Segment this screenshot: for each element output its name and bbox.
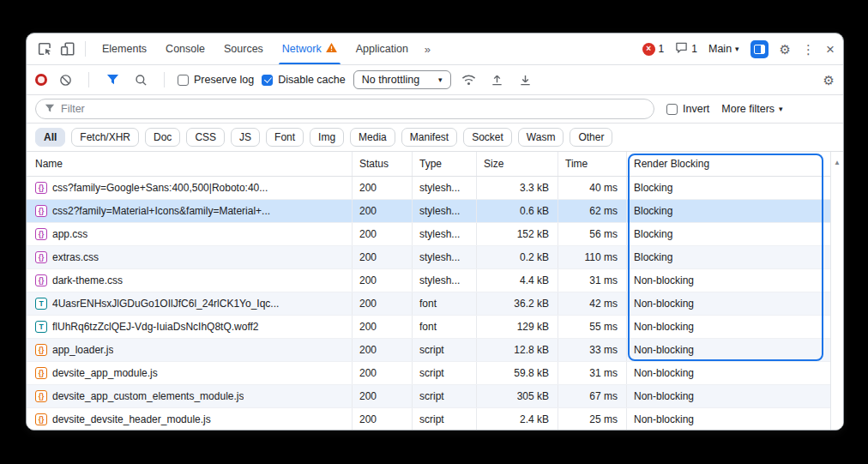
render-blocking-cell: Blocking (627, 177, 831, 199)
table-row[interactable]: {}devsite_devsite_header_module.js200scr… (27, 408, 831, 430)
tab-network[interactable]: Network (273, 33, 347, 64)
checkbox-unchecked (178, 75, 189, 86)
table-row[interactable]: TflUhRq6tzZclQEJ-Vdg-IuiaDsNcIhQ8tQ.woff… (27, 316, 831, 339)
time-cell: 67 ms (558, 385, 627, 407)
table-row[interactable]: {}app_loader.js200script12.8 kB33 msNon-… (27, 339, 831, 362)
size-cell: 36.2 kB (477, 292, 558, 315)
tab-label: Sources (224, 43, 263, 55)
chevron-down-icon: ▾ (735, 45, 739, 53)
table-row[interactable]: {}devsite_app_custom_elements_module.js2… (27, 385, 831, 408)
request-name: extras.css (52, 251, 99, 263)
size-cell: 2.4 kB (477, 408, 558, 430)
column-header-status[interactable]: Status (353, 152, 413, 176)
preserve-log-checkbox[interactable]: Preserve log (178, 74, 254, 86)
table-row[interactable]: {}css?family=Google+Sans:400,500|Roboto:… (27, 177, 831, 200)
vertical-scrollbar[interactable]: ▲ (830, 152, 843, 430)
tab-console[interactable]: Console (156, 33, 214, 64)
column-header-type[interactable]: Type (413, 152, 477, 176)
issues-badge[interactable]: 1 (675, 41, 697, 57)
export-har-icon[interactable] (515, 69, 536, 90)
import-har-icon[interactable] (487, 69, 508, 90)
status-cell: 200 (353, 385, 413, 407)
dock-side-icon[interactable] (750, 40, 769, 58)
stylesheet-file-icon: {} (35, 182, 47, 194)
search-icon[interactable] (130, 69, 151, 90)
column-header-render[interactable]: Render Blocking (627, 152, 831, 176)
time-cell: 31 ms (558, 362, 627, 384)
chip-socket[interactable]: Socket (463, 128, 512, 147)
table-row[interactable]: T4UasrENHsxJlGDuGo1OIlJfC6l_24rlCK1Yo_Iq… (27, 292, 831, 316)
status-cell: 200 (353, 362, 413, 384)
tab-application[interactable]: Application (347, 33, 418, 64)
time-cell: 42 ms (558, 292, 627, 315)
column-header-time[interactable]: Time (558, 152, 627, 176)
status-cell: 200 (353, 177, 413, 199)
chip-wasm[interactable]: Wasm (518, 128, 564, 147)
column-header-size[interactable]: Size (477, 152, 558, 176)
tab-sources[interactable]: Sources (214, 33, 273, 64)
size-cell: 0.2 kB (477, 246, 558, 268)
invert-label: Invert (683, 103, 709, 115)
type-cell: stylesh... (413, 200, 477, 222)
size-cell: 12.8 kB (477, 339, 558, 361)
record-network-log-button[interactable] (35, 74, 47, 86)
chip-js[interactable]: JS (231, 128, 260, 147)
request-name-cell: {}devsite_app_module.js (27, 362, 353, 384)
more-filters-button[interactable]: More filters ▾ (721, 103, 782, 115)
request-name-cell: {}app.css (27, 223, 353, 245)
chip-manifest[interactable]: Manifest (401, 128, 457, 147)
render-blocking-cell: Non-blocking (627, 339, 831, 361)
table-row[interactable]: {}css2?family=Material+Icons&family=Mate… (27, 200, 831, 223)
render-blocking-cell: Blocking (627, 200, 831, 222)
filter-placeholder: Filter (61, 103, 85, 115)
time-cell: 40 ms (558, 177, 627, 199)
type-cell: stylesh... (413, 177, 477, 199)
request-name-cell: {}css?family=Google+Sans:400,500|Roboto:… (27, 177, 353, 199)
chip-css[interactable]: CSS (186, 128, 225, 147)
type-cell: stylesh... (413, 269, 477, 292)
tab-label: Application (356, 43, 408, 55)
clear-network-log-icon[interactable] (55, 69, 75, 90)
error-badge[interactable]: × 1 (642, 43, 665, 56)
stylesheet-file-icon: {} (35, 205, 47, 217)
chip-doc[interactable]: Doc (145, 128, 180, 147)
chip-media[interactable]: Media (350, 128, 395, 147)
close-icon[interactable]: × (826, 42, 835, 57)
table-row[interactable]: {}devsite_app_module.js200script59.8 kB3… (27, 362, 831, 385)
context-selector[interactable]: Main ▾ (708, 43, 739, 55)
filter-toggle-icon[interactable] (102, 69, 123, 90)
time-cell: 110 ms (558, 246, 627, 268)
more-tabs-button[interactable]: » (419, 43, 436, 56)
size-cell: 3.3 kB (477, 177, 558, 199)
chevron-down-icon: ▾ (438, 75, 443, 84)
type-cell: script (413, 385, 477, 407)
chip-img[interactable]: Img (310, 128, 344, 147)
error-count: 1 (659, 43, 665, 55)
chip-fetch-xhr[interactable]: Fetch/XHR (71, 128, 139, 147)
type-cell: script (413, 362, 477, 384)
type-cell: stylesh... (413, 223, 477, 245)
chip-font[interactable]: Font (266, 128, 304, 147)
chip-other[interactable]: Other (570, 128, 612, 147)
filter-input[interactable]: Filter (35, 99, 654, 119)
throttling-select[interactable]: No throttling ▾ (353, 70, 451, 89)
tab-elements[interactable]: Elements (93, 33, 156, 64)
settings-gear-icon[interactable]: ⚙ (780, 43, 791, 56)
request-name: app_loader.js (52, 344, 113, 356)
size-cell: 129 kB (477, 316, 558, 338)
device-toolbar-icon[interactable] (57, 39, 78, 59)
inspect-element-icon[interactable] (35, 39, 56, 59)
time-cell: 55 ms (558, 316, 627, 338)
funnel-icon (45, 101, 55, 117)
table-row[interactable]: {}extras.css200stylesh...0.2 kB110 msBlo… (27, 246, 831, 269)
table-row[interactable]: {}dark-theme.css200stylesh...4.4 kB31 ms… (27, 269, 831, 292)
chip-all[interactable]: All (35, 128, 65, 147)
table-row[interactable]: {}app.css200stylesh...152 kB56 msBlockin… (27, 223, 831, 246)
network-settings-gear-icon[interactable]: ⚙ (823, 74, 835, 87)
type-cell: font (413, 316, 477, 338)
column-header-name[interactable]: Name (27, 152, 353, 176)
disable-cache-checkbox[interactable]: Disable cache (262, 74, 346, 86)
network-conditions-icon[interactable] (459, 69, 479, 90)
kebab-menu-icon[interactable]: ⋮ (802, 43, 815, 56)
invert-checkbox[interactable]: Invert (666, 103, 709, 115)
